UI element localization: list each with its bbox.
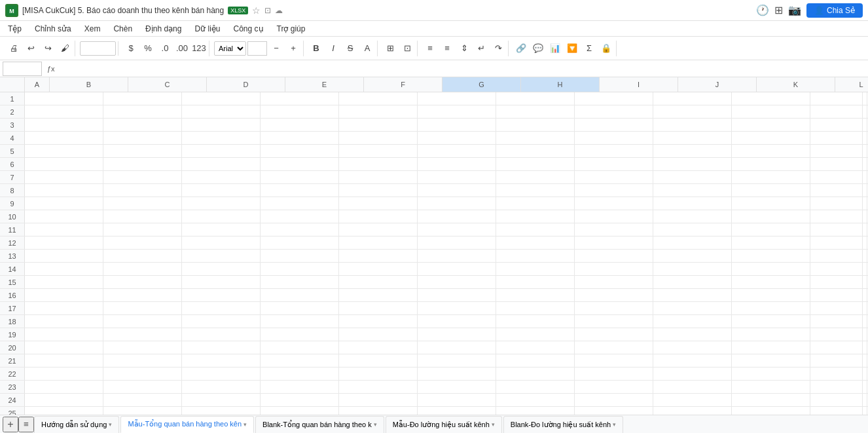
cell-H18[interactable] — [575, 315, 653, 328]
cell-F2[interactable] — [418, 105, 496, 118]
cell-H8[interactable] — [575, 184, 653, 197]
cell-A19[interactable] — [25, 328, 103, 341]
cell-K2[interactable] — [810, 105, 863, 118]
cell-I5[interactable] — [653, 145, 732, 157]
cell-K12[interactable] — [810, 236, 863, 249]
cell-E21[interactable] — [339, 354, 418, 367]
tab-blank-do-luong[interactable]: Blank-Đo lường hiệu suất kênh ▾ — [503, 416, 623, 433]
cell-E4[interactable] — [339, 132, 418, 144]
cell-J9[interactable] — [732, 197, 810, 210]
cell-B13[interactable] — [103, 250, 182, 262]
tab-blank-tong-quan[interactable]: Blank-Tổng quan bán hàng theo k ▾ — [255, 416, 384, 433]
cell-F15[interactable] — [418, 276, 496, 288]
font-size-increase[interactable]: + — [285, 41, 301, 56]
cell-A13[interactable] — [25, 250, 103, 262]
cell-H24[interactable] — [575, 394, 653, 406]
cell-C14[interactable] — [182, 263, 261, 275]
align-left-button[interactable]: ≡ — [422, 41, 438, 56]
cell-D14[interactable] — [261, 263, 339, 275]
cell-A21[interactable] — [25, 354, 103, 367]
cell-G15[interactable] — [496, 276, 575, 288]
cell-K20[interactable] — [810, 341, 863, 354]
cell-D13[interactable] — [261, 250, 339, 262]
cell-I8[interactable] — [653, 184, 732, 197]
cell-A16[interactable] — [25, 289, 103, 301]
cell-A15[interactable] — [25, 276, 103, 288]
cell-E15[interactable] — [339, 276, 418, 288]
cell-E17[interactable] — [339, 302, 418, 314]
cell-L24[interactable] — [863, 394, 867, 406]
cell-C11[interactable] — [182, 223, 261, 236]
cell-E9[interactable] — [339, 197, 418, 210]
cell-C19[interactable] — [182, 328, 261, 341]
cell-K13[interactable] — [810, 250, 863, 262]
cell-I3[interactable] — [653, 119, 732, 131]
cell-L15[interactable] — [863, 276, 867, 288]
cell-F18[interactable] — [418, 315, 496, 328]
cell-K8[interactable] — [810, 184, 863, 197]
cell-I19[interactable] — [653, 328, 732, 341]
cell-B12[interactable] — [103, 236, 182, 249]
cell-F19[interactable] — [418, 328, 496, 341]
cell-E11[interactable] — [339, 223, 418, 236]
share-button[interactable]: 👤 Chia Sẻ — [806, 3, 863, 18]
cell-G19[interactable] — [496, 328, 575, 341]
cell-I18[interactable] — [653, 315, 732, 328]
cell-D8[interactable] — [261, 184, 339, 197]
cell-A1[interactable] — [25, 92, 103, 105]
cell-D21[interactable] — [261, 354, 339, 367]
cell-F20[interactable] — [418, 341, 496, 354]
cell-H7[interactable] — [575, 171, 653, 183]
tab-mau-tong-quan[interactable]: Mẫu-Tổng quan bán hàng theo kên ▾ — [120, 416, 254, 433]
cell-G8[interactable] — [496, 184, 575, 197]
cell-B14[interactable] — [103, 263, 182, 275]
cell-J24[interactable] — [732, 394, 810, 406]
cell-J17[interactable] — [732, 302, 810, 314]
italic-button[interactable]: I — [325, 41, 341, 56]
rotate-button[interactable]: ↷ — [490, 41, 506, 56]
cell-E23[interactable] — [339, 381, 418, 393]
cell-J6[interactable] — [732, 158, 810, 170]
cell-A23[interactable] — [25, 381, 103, 393]
cell-L17[interactable] — [863, 302, 867, 314]
cell-F4[interactable] — [418, 132, 496, 144]
add-sheet-button[interactable]: + — [3, 417, 18, 432]
menu-view[interactable]: Xem — [82, 23, 103, 35]
cell-G3[interactable] — [496, 119, 575, 131]
cell-K11[interactable] — [810, 223, 863, 236]
cell-H15[interactable] — [575, 276, 653, 288]
cell-J8[interactable] — [732, 184, 810, 197]
sheet-menu-button[interactable]: ≡ — [18, 417, 34, 432]
cell-E12[interactable] — [339, 236, 418, 249]
cell-C16[interactable] — [182, 289, 261, 301]
cell-C22[interactable] — [182, 367, 261, 380]
cell-I13[interactable] — [653, 250, 732, 262]
cell-G21[interactable] — [496, 354, 575, 367]
cell-H6[interactable] — [575, 158, 653, 170]
cell-J19[interactable] — [732, 328, 810, 341]
cell-I9[interactable] — [653, 197, 732, 210]
cell-A22[interactable] — [25, 367, 103, 380]
cell-H14[interactable] — [575, 263, 653, 275]
cell-B1[interactable] — [103, 92, 182, 105]
cell-J18[interactable] — [732, 315, 810, 328]
cell-H10[interactable] — [575, 210, 653, 223]
cell-A9[interactable] — [25, 197, 103, 210]
menu-data[interactable]: Dữ liệu — [192, 23, 223, 35]
cell-F24[interactable] — [418, 394, 496, 406]
cell-C8[interactable] — [182, 184, 261, 197]
cell-D15[interactable] — [261, 276, 339, 288]
cell-B6[interactable] — [103, 158, 182, 170]
cell-A12[interactable] — [25, 236, 103, 249]
col-I[interactable]: I — [600, 77, 678, 92]
cell-G18[interactable] — [496, 315, 575, 328]
cell-B22[interactable] — [103, 367, 182, 380]
cell-C21[interactable] — [182, 354, 261, 367]
cell-G14[interactable] — [496, 263, 575, 275]
cell-reference[interactable]: H8 — [3, 62, 42, 76]
cell-D4[interactable] — [261, 132, 339, 144]
cell-H21[interactable] — [575, 354, 653, 367]
cell-L6[interactable] — [863, 158, 867, 170]
cell-B7[interactable] — [103, 171, 182, 183]
cell-J1[interactable] — [732, 92, 810, 105]
